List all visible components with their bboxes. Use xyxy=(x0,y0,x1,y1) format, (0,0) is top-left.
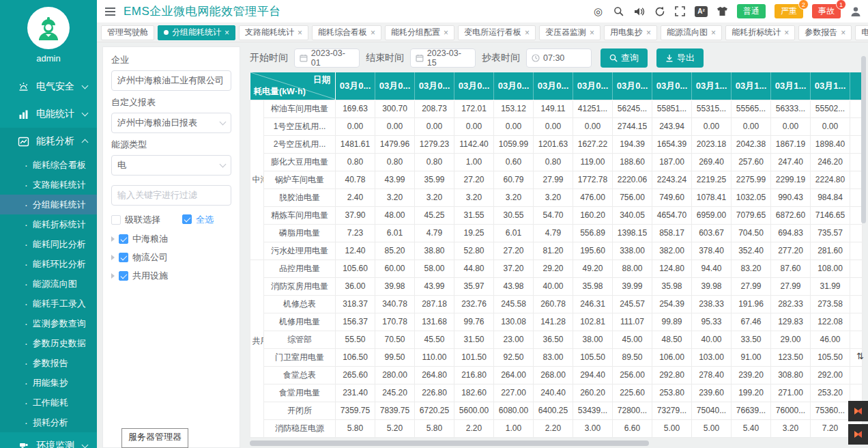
date-column-header[interactable]: 03月0... xyxy=(573,72,613,100)
tree-expand-icon[interactable] xyxy=(111,255,115,260)
select-all-link[interactable]: 全选 xyxy=(182,214,214,226)
tab-管理驾驶舱[interactable]: 管理驾驶舱 xyxy=(101,25,154,40)
sidebar-subitem-能源流向图[interactable]: ·能源流向图 xyxy=(0,274,97,294)
sidebar-subitem-参数报告[interactable]: ·参数报告 xyxy=(0,353,97,373)
company-input[interactable]: 泸州中海粮油工业有限公司 xyxy=(111,70,231,91)
refresh-icon[interactable] xyxy=(654,5,665,17)
tab-close-icon[interactable]: × xyxy=(590,29,594,37)
tree-node-共用设施[interactable]: 共用设施 xyxy=(111,270,231,282)
sidebar-subitem-监测参数查询[interactable]: ·监测参数查询 xyxy=(0,313,97,333)
tab-close-icon[interactable]: × xyxy=(225,29,229,37)
sidebar-subitem-工作能耗[interactable]: ·工作能耗 xyxy=(0,393,97,412)
value-cell: 105.50 xyxy=(811,348,850,366)
date-column-header[interactable]: 03月0... xyxy=(454,72,494,100)
vertical-scrollbar[interactable] xyxy=(861,56,866,223)
tree-checkbox[interactable] xyxy=(119,271,128,281)
sidebar-subitem-能耗折标统计[interactable]: ·能耗折标统计 xyxy=(0,214,97,234)
fullscreen-icon[interactable] xyxy=(674,5,686,17)
date-column-header[interactable]: 03月0... xyxy=(613,72,652,100)
alarm-level-normal[interactable]: 普通 xyxy=(737,4,766,18)
recorder-overlay-icon[interactable] xyxy=(848,401,868,421)
sidebar-subitem-能耗综合看板[interactable]: ·能耗综合看板 xyxy=(0,155,97,175)
date-column-header[interactable]: 03月0... xyxy=(494,72,534,100)
tab-变压器监测[interactable]: 变压器监测× xyxy=(539,25,601,40)
keyword-filter-input[interactable]: 输入关键字进行过滤 xyxy=(111,185,231,206)
tab-close-icon[interactable]: × xyxy=(371,29,375,37)
export-button[interactable]: 导出 xyxy=(656,48,704,68)
tab-支路能耗统计[interactable]: 支路能耗统计× xyxy=(239,25,308,40)
tab-close-icon[interactable]: × xyxy=(841,29,845,37)
value-cell: 105.60 xyxy=(336,260,375,277)
alarm-level-accident[interactable]: 事故1 xyxy=(812,4,841,18)
sidebar-subitem-能耗同比分析[interactable]: ·能耗同比分析 xyxy=(0,234,97,254)
sidebar-subitem-支路能耗统计[interactable]: ·支路能耗统计 xyxy=(0,175,97,195)
sidebar-item-电能统计[interactable]: 电能统计 xyxy=(0,100,97,128)
user-icon[interactable] xyxy=(850,5,861,17)
tab-变电所运行看板[interactable]: 变电所运行看板× xyxy=(458,25,536,40)
translate-icon[interactable]: A² xyxy=(695,6,708,17)
date-column-header[interactable]: 03月0... xyxy=(336,72,375,100)
tab-close-icon[interactable]: × xyxy=(646,29,651,37)
recorder-overlay-icon[interactable] xyxy=(848,424,868,445)
select-all-checkbox[interactable] xyxy=(182,214,192,224)
theme-icon[interactable] xyxy=(717,5,728,17)
horizontal-scrollbar[interactable] xyxy=(250,440,649,446)
tab-用电集抄[interactable]: 用电集抄× xyxy=(604,25,657,40)
tree-checkbox[interactable] xyxy=(119,253,128,262)
tab-close-icon[interactable]: × xyxy=(711,29,716,37)
bullet-dot: · xyxy=(25,199,28,210)
tab-close-icon[interactable]: × xyxy=(298,29,302,37)
tab-close-icon[interactable]: × xyxy=(444,29,448,37)
tree-node-中海粮油[interactable]: 中海粮油 xyxy=(111,233,231,245)
value-cell: 1142.40 xyxy=(454,135,494,153)
bullet-dot: · xyxy=(25,397,28,408)
sidebar-subitem-分组能耗统计[interactable]: ·分组能耗统计 xyxy=(0,195,97,214)
value-cell: 2.20 xyxy=(534,419,573,437)
tab-能耗综合看板[interactable]: 能耗综合看板× xyxy=(312,25,381,40)
tab-能源流向图[interactable]: 能源流向图× xyxy=(661,25,722,40)
tree-node-物流公司[interactable]: 物流公司 xyxy=(111,251,231,264)
query-button[interactable]: 查询 xyxy=(601,48,648,68)
date-column-header[interactable]: 03月0... xyxy=(652,72,692,100)
tree-expand-icon[interactable] xyxy=(111,236,115,242)
server-manager-window-button[interactable]: 服务器管理器 xyxy=(121,428,188,448)
sidebar-item-能耗分析[interactable]: 能耗分析 xyxy=(0,128,97,155)
sidebar-subitem-能耗环比分析[interactable]: ·能耗环比分析 xyxy=(0,254,97,274)
tab-电力曲线记录[interactable]: 电力曲线记录× xyxy=(855,25,868,40)
alarm-level-severe[interactable]: 严重2 xyxy=(775,4,803,18)
tab-参数报告[interactable]: 参数报告× xyxy=(798,25,852,40)
tab-close-icon[interactable]: × xyxy=(525,29,530,37)
sidebar-subitem-参数历史数据[interactable]: ·参数历史数据 xyxy=(0,333,97,353)
report-select[interactable]: 泸州中海粮油日报表 xyxy=(111,113,231,133)
tree-expand-icon[interactable] xyxy=(111,273,115,279)
tree-checkbox[interactable] xyxy=(119,234,128,244)
meter-time-input[interactable]: 07:30 xyxy=(526,48,592,68)
date-column-header[interactable]: 03月0... xyxy=(415,72,454,100)
tab-分组能耗统计[interactable]: 分组能耗统计× xyxy=(158,25,235,40)
end-date-input[interactable]: 2023-03-15 xyxy=(410,48,476,68)
sidebar-subitem-用能集抄[interactable]: ·用能集抄 xyxy=(0,373,97,393)
energy-type-select[interactable]: 电 xyxy=(111,155,231,176)
date-column-header[interactable]: 03月0... xyxy=(534,72,573,100)
volume-icon[interactable] xyxy=(633,5,645,17)
search-icon[interactable] xyxy=(613,5,624,17)
date-column-header[interactable]: 03月1... xyxy=(692,72,732,100)
date-column-header[interactable]: 03月0... xyxy=(375,72,415,100)
start-date-input[interactable]: 2023-03-01 xyxy=(294,48,360,68)
sidebar-item-环境监测[interactable]: 环境监测 xyxy=(0,432,97,448)
date-column-header[interactable]: 03月1... xyxy=(732,72,771,100)
cascade-checkbox[interactable] xyxy=(111,215,121,225)
value-cell: 160.20 xyxy=(573,206,613,224)
resize-handle-icon[interactable]: ⇅ xyxy=(856,351,864,361)
date-column-header[interactable]: 03月1... xyxy=(811,72,850,100)
date-column-header[interactable]: 03月1... xyxy=(771,72,811,100)
filter-panel: 企业 泸州中海粮油工业有限公司 自定义报表 泸州中海粮油日报表 能源类型 电 输… xyxy=(102,46,240,448)
tab-能耗分组配置[interactable]: 能耗分组配置× xyxy=(385,25,454,40)
sidebar-subitem-损耗分析[interactable]: ·损耗分析 xyxy=(0,412,97,432)
sidebar-subitem-能耗手工录入[interactable]: ·能耗手工录入 xyxy=(0,294,97,313)
tab-能耗折标统计[interactable]: 能耗折标统计× xyxy=(725,25,795,40)
sidebar-item-电气安全[interactable]: 电气安全 xyxy=(0,73,97,100)
menu-toggle-icon[interactable] xyxy=(105,8,115,16)
record-icon[interactable]: ◎ xyxy=(592,5,604,17)
tab-close-icon[interactable]: × xyxy=(784,29,789,37)
